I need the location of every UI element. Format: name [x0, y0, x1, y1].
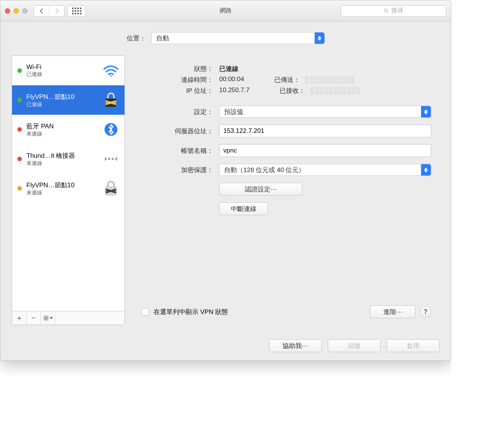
status-dot-icon — [17, 127, 22, 132]
svg-point-0 — [384, 9, 387, 12]
back-button[interactable] — [34, 6, 49, 16]
nav-buttons — [34, 5, 65, 17]
account-label: 帳號名稱： — [141, 146, 213, 155]
auth-settings-button[interactable]: 認證設定⋯ — [219, 183, 302, 196]
svg-line-1 — [387, 11, 389, 13]
disconnect-button[interactable]: 中斷連線 — [219, 202, 268, 215]
server-label: 伺服器位址： — [141, 127, 213, 136]
select-arrows-icon — [421, 106, 431, 117]
advanced-button[interactable]: 進階⋯ — [370, 305, 415, 318]
connect-time-value: 00:00:04 — [219, 75, 244, 84]
show-vpn-checkbox[interactable] — [141, 308, 149, 316]
sent-label: 已傳送： — [274, 75, 300, 84]
location-value: 自動 — [156, 34, 169, 43]
revert-button[interactable]: 回復 — [328, 339, 381, 352]
lock-icon — [102, 92, 120, 108]
assist-me-button[interactable]: 協助我⋯ — [269, 339, 322, 352]
interface-sidebar: Wi-Fi 已連線 FlyVPN…節點10 已連線 — [12, 55, 125, 325]
status-dot-icon — [17, 186, 22, 191]
svg-point-7 — [112, 158, 114, 160]
sidebar-item-name: 藍牙 PAN — [26, 122, 97, 131]
grid-icon — [72, 8, 81, 14]
titlebar: 網路 搜尋 — [0, 0, 451, 22]
interface-list: Wi-Fi 已連線 FlyVPN…節點10 已連線 — [12, 56, 124, 311]
add-interface-button[interactable]: ＋ — [12, 311, 26, 325]
encrypt-value: 自動（128 位元或 40 位元） — [224, 166, 305, 174]
server-address-input[interactable] — [219, 125, 431, 137]
show-vpn-label: 在選單列中顯示 VPN 狀態 — [154, 308, 228, 316]
encrypt-label: 加密保護： — [141, 166, 213, 174]
chevron-left-icon — [39, 8, 44, 14]
sidebar-item-status: 未連線 — [26, 189, 97, 196]
bluetooth-icon — [102, 122, 120, 137]
svg-line-15 — [47, 319, 48, 320]
gear-icon — [43, 315, 49, 321]
svg-line-14 — [44, 316, 45, 317]
chevron-down-icon — [50, 317, 53, 319]
svg-line-16 — [44, 319, 45, 320]
window-body: 位置： 自動 Wi-Fi 已連線 — [0, 22, 451, 333]
ip-label: IP 位址： — [141, 86, 213, 95]
sidebar-item-status: 已連線 — [26, 101, 97, 108]
ip-value: 10.250.7.7 — [219, 86, 257, 95]
account-name-input[interactable] — [219, 144, 431, 157]
encryption-select[interactable]: 自動（128 位元或 40 位元） — [219, 164, 431, 176]
help-button[interactable]: ? — [420, 306, 431, 317]
svg-point-9 — [45, 317, 47, 319]
status-dot-icon — [17, 98, 22, 102]
detail-bottom-row: 在選單列中顯示 VPN 狀態 進階⋯ ? — [141, 305, 431, 318]
remove-interface-button[interactable]: − — [26, 311, 41, 325]
status-dot-icon — [17, 157, 22, 161]
svg-point-6 — [108, 158, 110, 160]
sidebar-item-status: 已連線 — [26, 71, 97, 78]
action-menu-button[interactable] — [41, 311, 55, 325]
sidebar-item-name: FlyVPN…節點10 — [26, 181, 97, 189]
thunderbolt-bridge-icon — [102, 153, 120, 165]
search-icon — [384, 8, 389, 14]
config-value: 預設值 — [224, 108, 243, 116]
sidebar-footer: ＋ − — [12, 311, 124, 325]
apply-button[interactable]: 套用 — [387, 339, 439, 352]
sidebar-item-flyvpn-disconnected[interactable]: FlyVPN…節點10 未連線 — [12, 174, 124, 203]
network-preferences-window: 網路 搜尋 位置： 自動 — [0, 0, 451, 361]
location-select[interactable]: 自動 — [151, 32, 325, 44]
sidebar-item-status: 未連線 — [26, 160, 97, 167]
sidebar-item-bluetooth-pan[interactable]: 藍牙 PAN 未連線 — [12, 115, 124, 144]
main-content: Wi-Fi 已連線 FlyVPN…節點10 已連線 — [12, 55, 439, 325]
select-arrows-icon — [421, 164, 431, 176]
sidebar-item-thunderbolt-bridge[interactable]: Thund…lt 橋接器 未連線 — [12, 144, 124, 174]
chevron-right-icon — [55, 8, 59, 14]
recv-label: 已接收： — [280, 86, 305, 95]
wifi-icon — [102, 65, 120, 77]
status-dot-icon — [17, 68, 22, 73]
show-all-button[interactable] — [68, 5, 86, 17]
config-label: 設定： — [141, 108, 213, 116]
location-row: 位置： 自動 — [12, 32, 439, 44]
location-label: 位置： — [127, 34, 146, 43]
lock-icon — [102, 180, 120, 197]
close-button[interactable] — [5, 8, 10, 14]
forward-button[interactable] — [49, 6, 64, 16]
sidebar-item-flyvpn-connected[interactable]: FlyVPN…節點10 已連線 — [12, 85, 124, 115]
sidebar-item-wifi[interactable]: Wi-Fi 已連線 — [12, 56, 124, 85]
svg-point-2 — [110, 75, 112, 77]
svg-line-17 — [47, 316, 48, 317]
sidebar-item-status: 未連線 — [26, 131, 97, 137]
sent-bar — [305, 77, 354, 83]
status-value: 已連線 — [219, 65, 431, 73]
detail-panel: 狀態： 已連線 連線時間： 00:00:04 已傳送： IP 位址： 10.25… — [133, 55, 439, 325]
window-footer: 協助我⋯ 回復 套用 — [0, 333, 451, 360]
zoom-button[interactable] — [22, 8, 28, 14]
sidebar-item-name: Wi-Fi — [26, 63, 97, 71]
sidebar-item-name: Thund…lt 橋接器 — [26, 151, 97, 160]
select-arrows-icon — [315, 32, 324, 44]
recv-bar — [310, 88, 360, 94]
connect-time-label: 連線時間： — [141, 75, 213, 84]
config-select[interactable]: 預設值 — [219, 106, 431, 118]
sidebar-item-name: FlyVPN…節點10 — [26, 92, 97, 101]
search-placeholder: 搜尋 — [391, 7, 403, 15]
minimize-button[interactable] — [14, 8, 19, 14]
window-controls — [5, 8, 28, 14]
status-label: 狀態： — [141, 65, 213, 73]
search-input[interactable]: 搜尋 — [341, 5, 446, 17]
